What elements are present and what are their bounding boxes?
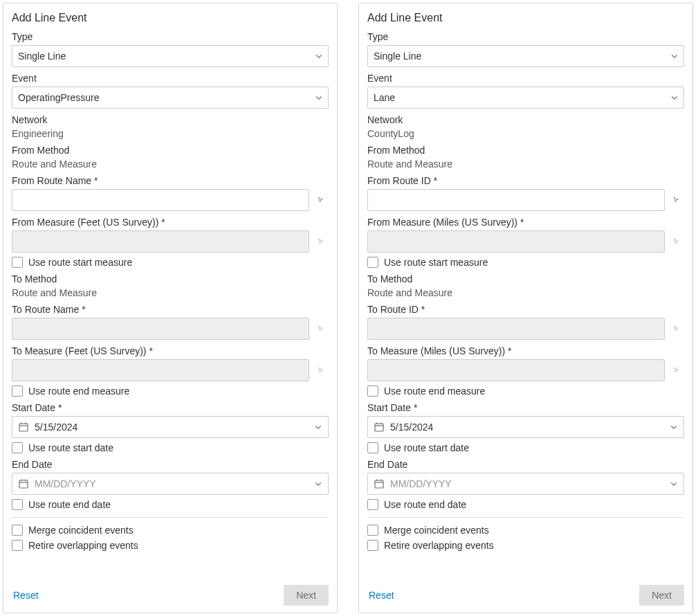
merge-coincident-checkbox[interactable] [367,525,378,536]
to-method-label: To Method [12,273,329,284]
svg-rect-8 [375,424,383,431]
use-route-start-measure-checkbox[interactable] [367,257,378,268]
use-route-start-measure-checkbox[interactable] [12,257,23,268]
network-label: Network [12,114,329,125]
end-date-picker[interactable]: MM/DD/YYYY [12,473,329,495]
pick-measure-icon [313,234,329,249]
start-date-picker[interactable]: 5/15/2024 [12,416,329,438]
add-line-event-panel: Add Line Event Type Single Line Event Op… [3,3,338,613]
retire-overlapping-label[interactable]: Retire overlapping events [384,540,494,551]
use-route-start-date-checkbox[interactable] [367,442,378,453]
next-button[interactable]: Next [284,585,329,606]
start-date-label: Start Date * [367,402,684,413]
svg-rect-12 [375,480,383,488]
type-select[interactable]: Single Line [12,45,329,67]
panel-footer: Reset Next [12,578,329,606]
calendar-icon [374,422,385,433]
form-body: Type Single Line Event OperatingPressure… [12,31,329,578]
to-measure-label: To Measure (Miles (US Survey)) * [367,345,684,356]
use-route-start-measure-label[interactable]: Use route start measure [28,257,132,268]
chevron-down-icon [314,423,322,431]
pick-measure-icon [669,363,684,378]
from-method-label: From Method [12,145,329,156]
use-route-end-date-checkbox[interactable] [12,499,23,510]
end-date-picker[interactable]: MM/DD/YYYY [367,473,684,495]
svg-rect-0 [19,424,28,431]
to-measure-input [12,359,309,381]
to-route-input [12,318,309,340]
event-select-value: OperatingPressure [18,92,100,103]
from-route-label: From Route ID * [367,175,684,186]
form-body: Type Single Line Event Lane Network Coun… [367,31,684,578]
event-select[interactable]: Lane [367,87,684,109]
from-measure-input [367,230,665,253]
to-measure-input [367,359,665,381]
to-route-input [367,318,665,340]
add-line-event-panel: Add Line Event Type Single Line Event La… [358,3,693,613]
type-select-value: Single Line [374,51,421,62]
retire-overlapping-label[interactable]: Retire overlapping events [28,540,138,551]
calendar-icon [374,478,385,489]
from-route-input[interactable] [367,189,665,211]
network-label: Network [367,114,684,125]
start-date-value: 5/15/2024 [390,422,670,433]
end-date-placeholder: MM/DD/YYYY [35,478,314,489]
merge-coincident-label[interactable]: Merge coincident events [384,525,489,536]
type-select-value: Single Line [18,51,66,62]
to-method-value: Route and Measure [12,287,329,298]
use-route-end-date-checkbox[interactable] [367,499,378,510]
use-route-start-date-checkbox[interactable] [12,442,23,453]
use-route-end-measure-checkbox[interactable] [367,386,378,397]
divider [367,517,684,518]
calendar-icon [18,422,29,433]
calendar-icon [18,478,29,489]
start-date-picker[interactable]: 5/15/2024 [367,416,684,438]
to-method-value: Route and Measure [367,287,684,298]
retire-overlapping-checkbox[interactable] [367,540,378,551]
start-date-label: Start Date * [12,402,329,413]
start-date-value: 5/15/2024 [35,422,314,433]
pick-measure-icon [313,363,329,378]
use-route-start-date-label[interactable]: Use route start date [384,442,469,453]
end-date-label: End Date [12,459,329,470]
type-select[interactable]: Single Line [367,45,684,67]
chevron-down-icon [314,480,322,488]
pick-route-icon[interactable] [669,192,684,208]
event-select-value: Lane [374,92,395,103]
use-route-end-date-label[interactable]: Use route end date [384,499,466,510]
panel-title: Add Line Event [367,12,684,24]
chevron-down-icon [670,423,678,431]
panel-footer: Reset Next [367,578,684,606]
merge-coincident-checkbox[interactable] [12,525,23,536]
reset-button[interactable]: Reset [12,587,40,604]
to-measure-label: To Measure (Feet (US Survey)) * [12,345,329,356]
use-route-end-measure-checkbox[interactable] [12,386,23,397]
event-select[interactable]: OperatingPressure [12,87,329,109]
use-route-end-measure-label[interactable]: Use route end measure [384,386,485,397]
use-route-start-date-label[interactable]: Use route start date [28,442,113,453]
pick-route-icon [313,321,329,336]
from-method-value: Route and Measure [367,158,684,170]
from-measure-label: From Measure (Feet (US Survey)) * [12,217,329,228]
from-method-label: From Method [367,145,684,156]
merge-coincident-label[interactable]: Merge coincident events [28,525,134,536]
pick-route-icon[interactable] [313,192,329,208]
svg-rect-4 [19,480,28,488]
type-label: Type [367,31,684,42]
network-value: CountyLog [367,128,684,139]
event-label: Event [367,73,684,84]
end-date-placeholder: MM/DD/YYYY [390,478,670,489]
next-button[interactable]: Next [639,585,684,606]
use-route-start-measure-label[interactable]: Use route start measure [384,257,488,268]
reset-button[interactable]: Reset [367,587,396,604]
retire-overlapping-checkbox[interactable] [12,540,23,551]
type-label: Type [12,31,329,42]
pick-route-icon [669,321,684,336]
use-route-end-measure-label[interactable]: Use route end measure [28,386,129,397]
from-measure-label: From Measure (Miles (US Survey)) * [367,217,684,228]
from-route-input[interactable] [12,189,309,211]
to-method-label: To Method [367,273,684,284]
use-route-end-date-label[interactable]: Use route end date [28,499,111,510]
event-label: Event [12,73,329,84]
from-route-label: From Route Name * [12,175,329,186]
